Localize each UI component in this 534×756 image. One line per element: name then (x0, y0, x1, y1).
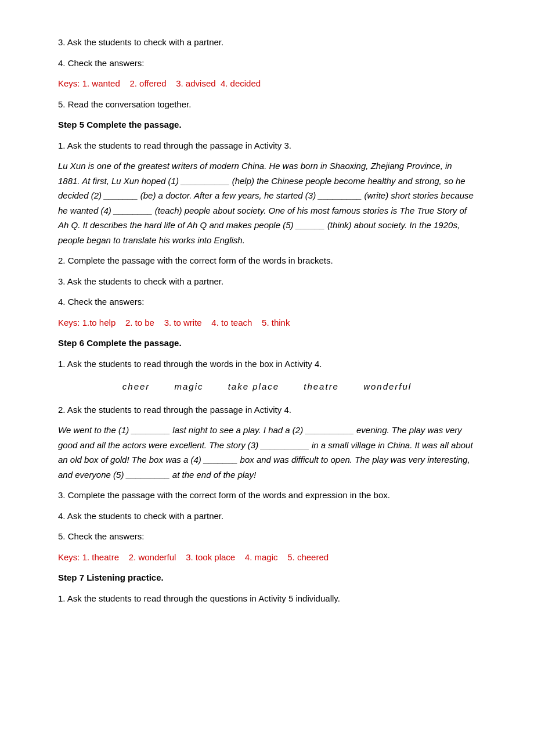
keys3-line: Keys: 1. theatre 2. wonderful 3. took pl… (58, 550, 476, 565)
line2: 4. Check the answers: (58, 56, 476, 71)
word-takeplace: take place (228, 381, 279, 391)
step6-line4: 4. Ask the students to check with a part… (58, 509, 476, 524)
word-theatre: theatre (304, 381, 339, 391)
keys3-5: 5. cheered (287, 552, 329, 562)
word-box: cheer magic take place theatre wonderful (58, 379, 476, 394)
keys1-offered: 2. offered (129, 78, 166, 88)
keys1-label: Keys: 1. wanted (58, 78, 120, 88)
step5-line2: 2. Complete the passage with the correct… (58, 253, 476, 268)
passage2: We went to the (1) ________ last night t… (58, 423, 476, 482)
keys3-2: 2. wonderful (129, 552, 176, 562)
step6-line2: 2. Ask the students to read through the … (58, 402, 476, 417)
keys1-decided: 4. decided (221, 78, 261, 88)
keys2-5: 5. think (262, 318, 290, 327)
line1: 3. Ask the students to check with a part… (58, 35, 476, 50)
keys2-label: Keys: 1.to help (58, 318, 116, 327)
word-wonderful: wonderful (363, 381, 412, 391)
step6-heading: Step 6 Complete the passage. (58, 336, 476, 351)
keys2-3: 3. to write (164, 318, 202, 327)
keys1-line: Keys: 1. wanted 2. offered 3. advised 4.… (58, 76, 476, 91)
step5-line4: 4. Check the answers: (58, 294, 476, 309)
line3: 5. Read the conversation together. (58, 97, 476, 112)
step6-line1: 1. Ask the students to read through the … (58, 357, 476, 372)
passage1: Lu Xun is one of the greatest writers of… (58, 159, 476, 247)
step6-line3: 3. Complete the passage with the correct… (58, 488, 476, 503)
keys3-4: 4. magic (245, 552, 278, 562)
word-cheer: cheer (122, 381, 150, 391)
step7-line1: 1. Ask the students to read through the … (58, 591, 476, 606)
page-content: 3. Ask the students to check with a part… (58, 35, 476, 606)
keys2-4: 4. to teach (211, 318, 252, 327)
keys2-2: 2. to be (125, 318, 154, 327)
step5-line1: 1. Ask the students to read through the … (58, 138, 476, 153)
step6-line5: 5. Check the answers: (58, 529, 476, 544)
word-magic: magic (175, 381, 204, 391)
keys3-3: 3. took place (186, 552, 235, 562)
step5-heading: Step 5 Complete the passage. (58, 117, 476, 132)
step7-heading: Step 7 Listening practice. (58, 570, 476, 585)
keys1-advised: 3. advised (176, 78, 215, 88)
keys3-label: Keys: 1. theatre (58, 552, 119, 562)
keys2-line: Keys: 1.to help 2. to be 3. to write 4. … (58, 315, 476, 330)
step5-line3: 3. Ask the students to check with a part… (58, 274, 476, 289)
